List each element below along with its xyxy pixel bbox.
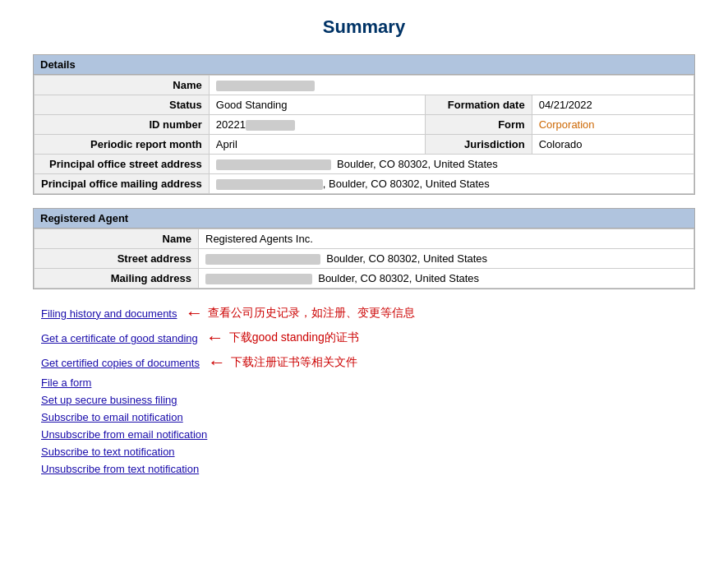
- filing-history-link[interactable]: Filing history and documents: [41, 307, 177, 320]
- good-standing-link[interactable]: Get a certificate of good standing: [41, 332, 198, 344]
- certified-copies-annotation-text: 下载注册证书等相关文件: [231, 355, 357, 370]
- subscribe-email-link[interactable]: Subscribe to email notification: [41, 411, 695, 423]
- unsubscribe-text-block: Unsubscribe from text notification: [41, 463, 695, 475]
- filing-history-row: Filing history and documents ← 查看公司历史记录，…: [41, 303, 695, 324]
- subscribe-text-link[interactable]: Subscribe to text notification: [41, 446, 695, 458]
- unsubscribe-email-link[interactable]: Unsubscribe from email notification: [41, 428, 695, 441]
- name-value: [209, 76, 693, 95]
- table-row: Principal office mailing address , Bould…: [35, 174, 694, 194]
- table-row: Mailing address Boulder, CO 80302, Unite…: [35, 269, 694, 289]
- table-row: Street address Boulder, CO 80302, United…: [35, 249, 694, 269]
- table-row: Periodic report month April Jurisdiction…: [35, 135, 694, 155]
- file-form-link[interactable]: File a form: [41, 376, 695, 389]
- details-table: Name Status Good Standing Formation date…: [34, 75, 694, 194]
- id-value: 20221: [209, 115, 425, 135]
- name-label: Name: [35, 76, 210, 95]
- registered-agent-section: Registered Agent Name Registered Agents …: [33, 208, 695, 289]
- periodic-report-label: Periodic report month: [35, 135, 210, 155]
- unsubscribe-text-link[interactable]: Unsubscribe from text notification: [41, 463, 695, 475]
- status-label: Status: [35, 95, 210, 115]
- file-form-block: File a form: [41, 376, 695, 389]
- agent-street-label: Street address: [35, 249, 199, 269]
- good-standing-annotation-text: 下载good standing的证书: [229, 330, 359, 345]
- id-label: ID number: [35, 115, 210, 135]
- certified-copies-row: Get certified copies of documents ← 下载注册…: [41, 352, 695, 373]
- subscribe-email-block: Subscribe to email notification: [41, 411, 695, 423]
- table-row: Status Good Standing Formation date 04/2…: [35, 95, 694, 115]
- registered-agent-header: Registered Agent: [34, 209, 694, 229]
- principal-street-value: Boulder, CO 80302, United States: [209, 155, 693, 174]
- table-row: Name Registered Agents Inc.: [35, 229, 694, 249]
- arrow-icon-2: ←: [206, 327, 224, 349]
- certified-copies-link[interactable]: Get certified copies of documents: [41, 357, 200, 369]
- formation-date-value: 04/21/2022: [532, 95, 693, 115]
- certified-copies-annotation: ← 下载注册证书等相关文件: [208, 352, 357, 373]
- arrow-icon-3: ←: [208, 352, 226, 373]
- unsubscribe-email-block: Unsubscribe from email notification: [41, 428, 695, 441]
- jurisdiction-value: Colorado: [532, 135, 693, 155]
- formation-date-label: Formation date: [425, 95, 532, 115]
- table-row: Name: [35, 76, 694, 95]
- status-value: Good Standing: [209, 95, 425, 115]
- links-section: Filing history and documents ← 查看公司历史记录，…: [33, 303, 695, 475]
- good-standing-annotation: ← 下载good standing的证书: [206, 327, 359, 349]
- page-title: Summary: [33, 16, 695, 38]
- secure-filing-link[interactable]: Set up secure business filing: [41, 394, 695, 406]
- filing-history-annotation-text: 查看公司历史记录，如注册、变更等信息: [208, 306, 415, 321]
- periodic-report-value: April: [209, 135, 425, 155]
- registered-agent-table: Name Registered Agents Inc. Street addre…: [34, 229, 694, 289]
- form-label: Form: [425, 115, 532, 135]
- agent-name-value: Registered Agents Inc.: [199, 229, 694, 249]
- principal-mailing-label: Principal office mailing address: [35, 174, 210, 194]
- agent-name-label: Name: [35, 229, 199, 249]
- principal-street-label: Principal office street address: [35, 155, 210, 174]
- details-header: Details: [34, 55, 694, 75]
- jurisdiction-label: Jurisdiction: [425, 135, 532, 155]
- good-standing-row: Get a certificate of good standing ← 下载g…: [41, 327, 695, 349]
- agent-street-value: Boulder, CO 80302, United States: [199, 249, 694, 269]
- table-row: Principal office street address Boulder,…: [35, 155, 694, 174]
- agent-mailing-value: Boulder, CO 80302, United States: [199, 269, 694, 289]
- principal-mailing-value: , Boulder, CO 80302, United States: [209, 174, 693, 194]
- secure-filing-block: Set up secure business filing: [41, 394, 695, 406]
- arrow-icon: ←: [185, 303, 203, 324]
- filing-history-annotation: ← 查看公司历史记录，如注册、变更等信息: [185, 303, 415, 324]
- agent-mailing-label: Mailing address: [35, 269, 199, 289]
- form-value: Corporation: [532, 115, 693, 135]
- subscribe-text-block: Subscribe to text notification: [41, 446, 695, 458]
- details-section: Details Name Status Good Standing Format…: [33, 54, 695, 195]
- table-row: ID number 20221 Form Corporation: [35, 115, 694, 135]
